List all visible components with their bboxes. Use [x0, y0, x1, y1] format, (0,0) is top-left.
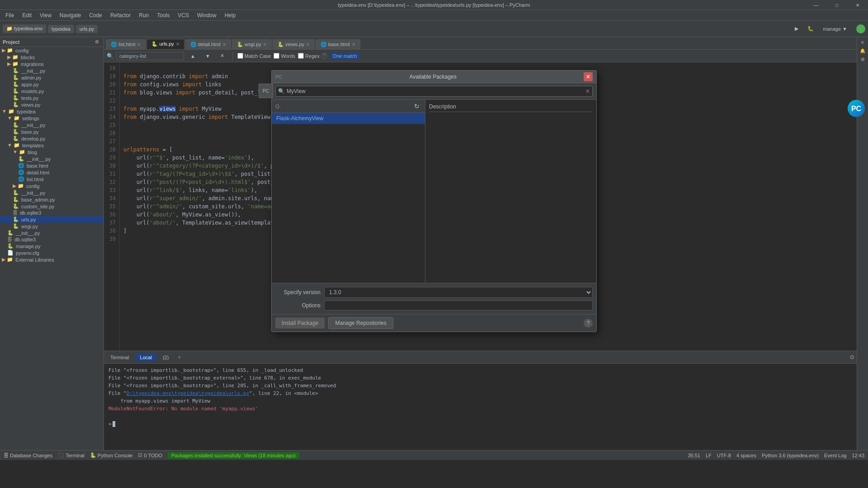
close-tab-list-html[interactable]: ✕ — [137, 42, 141, 47]
tree-item-base-admin[interactable]: 🐍 base_admin.py — [0, 196, 104, 203]
tree-item-admin[interactable]: 🐍 admin.py — [0, 74, 104, 81]
modal-search-input[interactable] — [275, 86, 593, 97]
menu-run[interactable]: Run — [135, 11, 152, 19]
version-select[interactable]: 1.3.0 — [324, 287, 593, 298]
terminal-btn[interactable]: ⬛ Terminal — [58, 452, 85, 459]
tree-item-init-settings[interactable]: 🐍 __init__.py — [0, 122, 104, 128]
file-selector[interactable]: urls.py — [76, 25, 98, 33]
tree-item-pyvenv[interactable]: 📄 pyvenv.cfg — [0, 249, 104, 256]
bottom-tab-terminal[interactable]: Terminal — [106, 353, 134, 361]
db-changes-btn[interactable]: 🗄 Database Changes — [4, 452, 52, 459]
close-tab-detail-html[interactable]: ✕ — [222, 42, 226, 47]
second-floating-window[interactable]: PC — [259, 84, 273, 98]
tree-item-db-sqlite3[interactable]: 🗄 db.sqlite3 — [0, 210, 104, 216]
tree-item-tests[interactable]: 🐍 tests.py — [0, 94, 104, 101]
line-ending-indicator[interactable]: LF — [706, 453, 712, 458]
tree-item-blocks[interactable]: ▶ 📁 blocks — [0, 54, 104, 61]
tree-item-external[interactable]: ▶ 📁 External Libraries — [0, 256, 104, 263]
terminal-prompt[interactable]: > — [108, 420, 852, 428]
tree-item-develop[interactable]: 🐍 develop.py — [0, 135, 104, 142]
menu-code[interactable]: Code — [85, 11, 106, 19]
tree-item-blog-init[interactable]: 🐍 __init__.py — [0, 155, 104, 162]
manage-repositories-btn[interactable]: Manage Repositories — [328, 317, 393, 329]
options-input[interactable] — [324, 300, 593, 310]
close-tab-urls-py[interactable]: ✕ — [176, 42, 179, 47]
refresh-btn[interactable]: ↻ — [412, 102, 421, 111]
menu-navigate[interactable]: Navigate — [56, 11, 85, 19]
match-case-checkbox[interactable] — [237, 53, 243, 59]
tree-item-config2[interactable]: ▶ 📁 config — [0, 183, 104, 189]
notifications-btn[interactable]: 🔔 — [859, 47, 866, 54]
menu-help[interactable]: Help — [221, 11, 240, 19]
branch-selector[interactable]: typeidea — [48, 25, 74, 33]
maximize-btn[interactable]: □ — [826, 0, 847, 10]
add-terminal-btn[interactable]: + — [178, 354, 181, 361]
tab-base-html[interactable]: 🌐 base.html ✕ — [316, 39, 360, 49]
bottom-tab-2[interactable]: (2) — [158, 353, 173, 361]
tree-item-blog[interactable]: ▼ 📁 blog — [0, 149, 104, 155]
tree-item-blog-base-html[interactable]: 🌐 base.html — [0, 162, 104, 169]
available-packages-modal[interactable]: PC Available Packages ✕ 🔍 ✕ Q- ↻ F — [271, 70, 597, 332]
prev-match-btn[interactable]: ▲ — [187, 52, 199, 60]
todo-btn[interactable]: ☑ 0 TODO — [138, 452, 162, 459]
bottom-tab-local[interactable]: Local — [136, 353, 156, 361]
minimize-btn[interactable]: — — [806, 0, 826, 10]
tree-item-urls[interactable]: 🐍 urls.py — [0, 216, 104, 223]
tree-item-typeidea[interactable]: ▼ 📁 typeidea — [0, 108, 104, 115]
close-tab-base-html[interactable]: ✕ — [352, 42, 355, 47]
tree-item-db2[interactable]: 🗄 db.sqlite3 — [0, 236, 104, 243]
menu-edit[interactable]: Edit — [19, 11, 35, 19]
words-option[interactable]: Words — [274, 53, 295, 59]
menu-view[interactable]: View — [36, 11, 55, 19]
tree-item-apps[interactable]: 🐍 apps.py — [0, 81, 104, 88]
match-case-option[interactable]: Match Case — [237, 53, 271, 59]
tree-item-views[interactable]: 🐍 views.py — [0, 101, 104, 108]
python-console-btn[interactable]: 🐍 Python Console — [90, 452, 133, 459]
next-match-btn[interactable]: ▼ — [202, 52, 214, 60]
tree-item-settings[interactable]: ▼ 📁 settings — [0, 115, 104, 122]
words-checkbox[interactable] — [274, 53, 279, 59]
install-package-btn[interactable]: Install Package — [275, 318, 325, 328]
right-settings-btn[interactable]: ⚙ — [860, 56, 866, 63]
tab-detail-html[interactable]: 🌐 detail.html ✕ — [185, 39, 231, 49]
menu-tools[interactable]: Tools — [153, 11, 173, 19]
search-input[interactable] — [116, 52, 184, 60]
modal-close-btn[interactable]: ✕ — [584, 72, 593, 81]
debug-btn[interactable]: 🐛 — [804, 24, 817, 33]
manage-btn[interactable]: manage ▼ — [819, 25, 851, 33]
close-tab-wsgi-py[interactable]: ✕ — [263, 42, 267, 47]
run-btn[interactable]: ▶ — [791, 24, 802, 33]
tree-item-init2[interactable]: 🐍 __init__.py — [0, 189, 104, 196]
tree-item-base-py[interactable]: 🐍 base.py — [0, 128, 104, 135]
structure-btn[interactable]: ≡ — [860, 39, 865, 46]
regex-checkbox[interactable] — [298, 53, 304, 59]
modal-clear-icon[interactable]: ✕ — [585, 88, 590, 94]
tree-item-templates[interactable]: ▼ 📁 templates — [0, 142, 104, 149]
tree-item-detail-html[interactable]: 🌐 detail.html — [0, 169, 104, 176]
help-btn[interactable]: ? — [584, 319, 593, 328]
tree-item-custom-site[interactable]: 🐍 custom_site.py — [0, 203, 104, 210]
position-indicator[interactable]: 35:51 — [688, 453, 700, 458]
indent-indicator[interactable]: 4 spaces — [736, 453, 756, 458]
tree-item-wsgi[interactable]: 🐍 wsgi.py — [0, 223, 104, 230]
close-btn[interactable]: ✕ — [847, 0, 868, 10]
tab-views-py[interactable]: 🐍 views.py ✕ — [273, 39, 315, 49]
tree-item-migrations[interactable]: ▶ 📁 migrations — [0, 61, 104, 67]
file-link[interactable]: D:\typeidea-env\typeidea\typeidea\urls.p… — [127, 390, 250, 396]
event-log-btn[interactable]: Event Log — [824, 453, 847, 458]
menu-vcs[interactable]: VCS — [174, 11, 193, 19]
menu-window[interactable]: Window — [193, 11, 220, 19]
tree-item-list-html[interactable]: 🌐 list.html — [0, 176, 104, 183]
tab-list-html[interactable]: 🌐 list.html ✕ — [106, 39, 146, 49]
menu-refactor[interactable]: Refactor — [107, 11, 134, 19]
menu-file[interactable]: File — [2, 11, 18, 19]
terminal-settings-icon[interactable]: ⚙ — [849, 354, 855, 361]
tree-item-config[interactable]: ▶ 📁 config — [0, 47, 104, 54]
tab-wsgi-py[interactable]: 🐍 wsgi.py ✕ — [232, 39, 272, 49]
tree-item-models[interactable]: 🐍 models.py — [0, 88, 104, 94]
tree-item-init1[interactable]: 🐍 __init__.py — [0, 67, 104, 74]
close-tab-views-py[interactable]: ✕ — [306, 42, 310, 47]
project-selector[interactable]: 📁 typeidea-env — [3, 24, 46, 33]
regex-help-icon[interactable]: ? — [321, 53, 327, 59]
sidebar-gear-icon[interactable]: ⚙ — [93, 39, 101, 45]
